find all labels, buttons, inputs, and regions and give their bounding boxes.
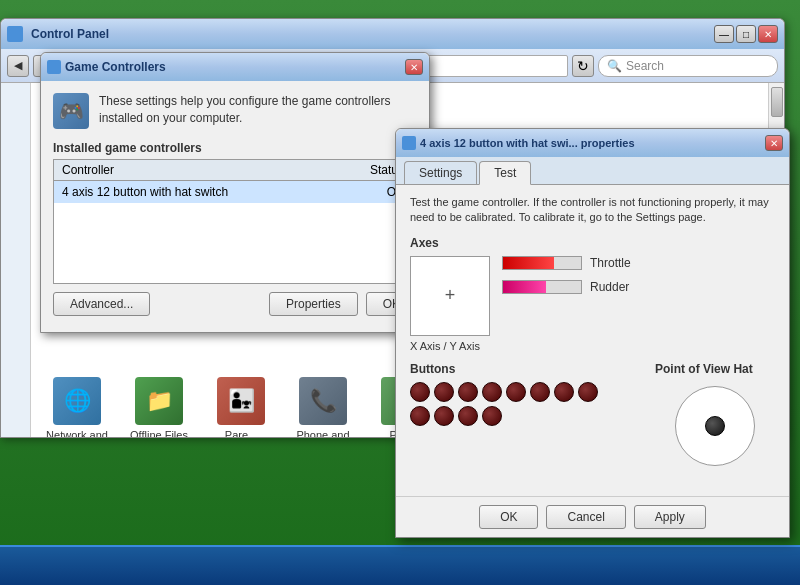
network-label: Network and Sharing Ce...	[45, 429, 109, 437]
btn-6	[530, 382, 550, 402]
controllers-table: Controller Status 4 axis 12 button with …	[53, 159, 417, 284]
pov-label: Point of View Hat	[655, 362, 775, 376]
rudder-bar	[503, 281, 546, 293]
offline-label: Offline Files	[130, 429, 188, 437]
btn-2	[434, 382, 454, 402]
btn-5	[506, 382, 526, 402]
network-icon: 🌐	[53, 377, 101, 425]
throttle-label: Throttle	[590, 256, 631, 270]
search-placeholder: Search	[626, 59, 664, 73]
game-controllers-close[interactable]: ✕	[405, 59, 423, 75]
tab-settings[interactable]: Settings	[404, 161, 477, 184]
buttons-section: Buttons Point of View Hat	[410, 362, 775, 476]
control-panel-titlebar: Control Panel — □ ✕	[1, 19, 784, 49]
joystick-crosshair: +	[445, 285, 456, 306]
props-cancel-button[interactable]: Cancel	[546, 505, 625, 529]
axes-section: Axes + Throttle R	[410, 236, 775, 352]
cp-icon-parental[interactable]: 👨‍👧 Pare... Cont...	[205, 373, 277, 437]
installed-label: Installed game controllers	[53, 141, 417, 155]
offline-icon: 📁	[135, 377, 183, 425]
taskbar	[0, 545, 800, 585]
advanced-button[interactable]: Advanced...	[53, 292, 150, 316]
refresh-button[interactable]: ↻	[572, 55, 594, 77]
tab-test[interactable]: Test	[479, 161, 531, 185]
props-titlebar: 4 axis 12 button with hat swi... propert…	[396, 129, 789, 157]
btn-3	[458, 382, 478, 402]
search-bar[interactable]: 🔍 Search	[598, 55, 778, 77]
btn-8	[578, 382, 598, 402]
game-controllers-title: Game Controllers	[65, 60, 401, 74]
game-controllers-dialog: Game Controllers ✕ 🎮 These settings help…	[40, 52, 430, 333]
control-panel-icon	[7, 26, 23, 42]
props-description: Test the game controller. If the control…	[410, 195, 775, 226]
buttons-grid	[410, 382, 610, 426]
phone-label: Phone and Modem ...	[291, 429, 355, 437]
props-body: Test the game controller. If the control…	[396, 185, 789, 496]
btn-4	[482, 382, 502, 402]
pov-circle	[675, 386, 755, 466]
control-panel-title: Control Panel	[27, 27, 710, 41]
buttons-label: Buttons	[410, 362, 635, 376]
props-tabs: Settings Test	[396, 157, 789, 185]
scroll-thumb[interactable]	[771, 87, 783, 117]
properties-dialog: 4 axis 12 button with hat swi... propert…	[395, 128, 790, 538]
search-icon: 🔍	[607, 59, 622, 73]
rudder-bar-container	[502, 280, 582, 294]
axes-label: Axes	[410, 236, 775, 250]
parental-label: Pare... Cont...	[209, 429, 273, 437]
rudder-label: Rudder	[590, 280, 629, 294]
props-close-button[interactable]: ✕	[765, 135, 783, 151]
props-title: 4 axis 12 button with hat swi... propert…	[420, 137, 761, 149]
btn-1	[410, 382, 430, 402]
axes-bars: Throttle Rudder	[502, 256, 775, 294]
col-controller: Controller	[54, 160, 334, 181]
dialog-header: 🎮 These settings help you configure the …	[53, 93, 417, 129]
cp-icon-phone[interactable]: 📞 Phone and Modem ...	[287, 373, 359, 437]
game-controllers-icon	[47, 60, 61, 74]
maximize-button[interactable]: □	[736, 25, 756, 43]
cp-sidebar	[1, 83, 31, 437]
window-controls: — □ ✕	[714, 25, 778, 43]
cp-icon-network[interactable]: 🌐 Network and Sharing Ce...	[41, 373, 113, 437]
btn-7	[554, 382, 574, 402]
back-button[interactable]: ◀	[7, 55, 29, 77]
close-button[interactable]: ✕	[758, 25, 778, 43]
phone-icon: 📞	[299, 377, 347, 425]
controller-name: 4 axis 12 button with hat switch	[54, 181, 334, 204]
game-controllers-titlebar: Game Controllers ✕	[41, 53, 429, 81]
pov-area: Point of View Hat	[655, 362, 775, 476]
throttle-row: Throttle	[502, 256, 775, 270]
btn-10	[434, 406, 454, 426]
props-apply-button[interactable]: Apply	[634, 505, 706, 529]
buttons-area: Buttons	[410, 362, 635, 476]
btn-11	[458, 406, 478, 426]
cp-icon-offline[interactable]: 📁 Offline Files	[123, 373, 195, 437]
dialog-header-text: These settings help you configure the ga…	[99, 93, 417, 127]
joystick-box: +	[410, 256, 490, 336]
parental-icon: 👨‍👧	[217, 377, 265, 425]
props-footer: OK Cancel Apply	[396, 496, 789, 537]
dialog-footer: Advanced... Properties OK	[53, 284, 417, 320]
throttle-bar-container	[502, 256, 582, 270]
xy-axis-label: X Axis / Y Axis	[410, 340, 775, 352]
game-controllers-body: 🎮 These settings help you configure the …	[41, 81, 429, 332]
rudder-row: Rudder	[502, 280, 775, 294]
props-ok-button[interactable]: OK	[479, 505, 538, 529]
pov-dot	[705, 416, 725, 436]
props-icon	[402, 136, 416, 150]
minimize-button[interactable]: —	[714, 25, 734, 43]
dialog-header-icon: 🎮	[53, 93, 89, 129]
axes-content: + Throttle Rudder	[410, 256, 775, 336]
btn-9	[410, 406, 430, 426]
table-spacer-row	[54, 203, 417, 283]
table-row[interactable]: 4 axis 12 button with hat switch OK	[54, 181, 417, 204]
properties-button[interactable]: Properties	[269, 292, 358, 316]
throttle-bar	[503, 257, 554, 269]
btn-12	[482, 406, 502, 426]
